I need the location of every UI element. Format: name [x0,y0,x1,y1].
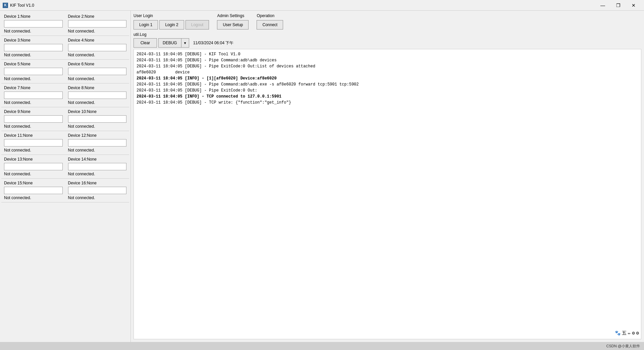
device-label-15: Device 15:None [4,181,63,185]
device-input-16[interactable] [68,187,127,194]
device-input-6[interactable] [68,68,127,75]
app-title: KIF Tool V1.0 [10,3,595,8]
device-status-13: Not connected. [4,172,63,176]
operation-buttons: Connect [257,20,283,30]
device-label-6: Device 6:None [68,62,127,66]
admin-settings-group: Admin Settings User Setup [217,13,249,30]
device-status-8: Not connected. [68,100,127,105]
log-section: util.Log Clear DEBUG ▼ 11/03/2024 06:04 … [133,32,641,339]
log-line: 2024-03-11 18:04:05 [DEBUG] - Pipe Comma… [137,57,638,63]
clear-button[interactable]: Clear [133,38,157,48]
device-input-5[interactable] [4,68,63,75]
log-icons: 🐾 五 ✏ ⚙ ⚙ [615,330,639,337]
device-input-9[interactable] [4,115,63,123]
log-line: af8e6020 device [137,69,638,75]
operation-group: Operation Connect [257,13,283,30]
device-cell-13: Device 13:None Not connected. [1,155,65,179]
device-status-9: Not connected. [4,124,63,129]
log-line: 2024-03-11 18:04:05 [INFO] - [1][af8e602… [137,75,638,81]
user-login-group: User Login Login 1 Login 2 Logout [133,13,209,30]
device-cell-11: Device 11:None Not connected. [1,131,65,155]
log-content: 2024-03-11 18:04:05 [DEBUG] - KIF Tool V… [133,49,641,339]
log-line: 2024-03-11 18:04:05 [DEBUG] - Pipe Comma… [137,81,638,88]
device-label-5: Device 5:None [4,62,63,66]
device-input-15[interactable] [4,187,63,194]
device-input-2[interactable] [68,20,127,27]
device-label-7: Device 7:None [4,85,63,90]
device-cell-9: Device 9:None Not connected. [1,107,65,131]
main-content: Device 1:None Not connected. Device 2:No… [0,11,644,342]
log-line: 2024-03-11 18:04:05 [DEBUG] - TCP write:… [137,100,638,106]
login2-button[interactable]: Login 2 [159,20,184,30]
close-button[interactable]: ✕ [626,0,641,11]
device-cell-4: Device 4:None Not connected. [65,36,129,60]
device-status-16: Not connected. [68,195,127,200]
window-controls: — ❐ ✕ [595,0,641,11]
debug-dropdown-arrow[interactable]: ▼ [181,39,189,47]
device-label-3: Device 3:None [4,38,63,43]
device-label-8: Device 8:None [68,85,127,90]
device-cell-3: Device 3:None Not connected. [1,36,65,60]
device-status-14: Not connected. [68,172,127,176]
device-cell-10: Device 10:None Not connected. [65,107,129,131]
bottom-bar-text: CSDN @小黄人软件 [606,344,640,349]
logout-button[interactable]: Logout [185,20,209,30]
admin-buttons: User Setup [217,20,249,30]
device-input-10[interactable] [68,115,127,123]
device-input-12[interactable] [68,139,127,147]
device-cell-7: Device 7:None Not connected. [1,83,65,107]
minimize-button[interactable]: — [595,0,610,11]
device-input-13[interactable] [4,163,63,170]
top-section: User Login Login 1 Login 2 Logout Admin … [133,13,641,30]
device-input-7[interactable] [4,92,63,99]
user-login-buttons: Login 1 Login 2 Logout [133,20,209,30]
device-label-11: Device 11:None [4,133,63,138]
device-input-4[interactable] [68,44,127,51]
device-label-12: Device 12:None [68,133,127,138]
device-input-11[interactable] [4,139,63,147]
device-label-10: Device 10:None [68,109,127,114]
device-cell-16: Device 16:None Not connected. [65,179,129,202]
device-status-15: Not connected. [4,195,63,200]
device-label-2: Device 2:None [68,14,127,19]
device-cell-15: Device 15:None Not connected. [1,179,65,202]
device-label-9: Device 9:None [4,109,63,114]
device-input-14[interactable] [68,163,127,170]
device-status-12: Not connected. [68,148,127,153]
login1-button[interactable]: Login 1 [133,20,158,30]
device-status-1: Not connected. [4,29,63,34]
debug-level-label: DEBUG [159,39,181,47]
connect-button[interactable]: Connect [257,20,283,30]
device-status-10: Not connected. [68,124,127,129]
maximize-button[interactable]: ❐ [610,0,626,11]
left-panel: Device 1:None Not connected. Device 2:No… [0,11,131,342]
five-icon: 五 [622,330,627,337]
device-cell-6: Device 6:None Not connected. [65,60,129,83]
device-cell-8: Device 8:None Not connected. [65,83,129,107]
device-status-6: Not connected. [68,76,127,81]
app-icon: K [3,3,8,8]
device-cell-14: Device 14:None Not connected. [65,155,129,179]
debug-dropdown[interactable]: DEBUG ▼ [158,38,189,48]
devices-grid: Device 1:None Not connected. Device 2:No… [1,12,129,202]
device-status-5: Not connected. [4,76,63,81]
device-input-8[interactable] [68,92,127,99]
right-panel: User Login Login 1 Login 2 Logout Admin … [131,11,644,342]
title-bar: K KIF Tool V1.0 — ❐ ✕ [0,0,644,11]
device-status-4: Not connected. [68,53,127,57]
percent-icon: ⚙ [632,330,635,337]
log-line: 2024-03-11 18:04:05 [INFO] - TCP connect… [137,94,638,100]
log-line: 2024-03-11 18:04:05 [DEBUG] - Pipe ExitC… [137,63,638,69]
bottom-bar: CSDN @小黄人软件 [0,342,644,350]
device-label-13: Device 13:None [4,157,63,162]
admin-settings-title: Admin Settings [217,13,249,18]
device-label-1: Device 1:None [4,14,63,19]
device-cell-2: Device 2:None Not connected. [65,12,129,36]
device-input-3[interactable] [4,44,63,51]
user-setup-button[interactable]: User Setup [217,20,249,30]
device-input-1[interactable] [4,20,63,27]
log-line: 2024-03-11 18:04:05 [DEBUG] - Pipe ExitC… [137,88,638,94]
device-cell-12: Device 12:None Not connected. [65,131,129,155]
paw-icon: 🐾 [615,330,621,337]
settings-icon: ⚙ [636,330,639,337]
